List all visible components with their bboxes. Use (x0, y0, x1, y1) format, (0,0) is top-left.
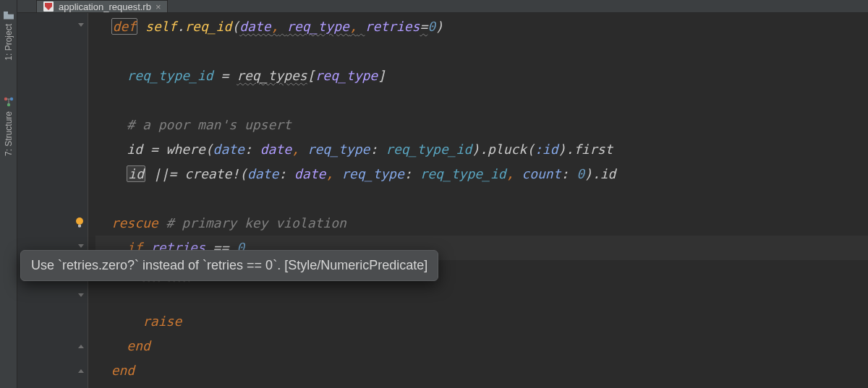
project-tool-label: 1: Project (4, 24, 14, 61)
svg-rect-0 (4, 12, 8, 14)
structure-tool-button[interactable]: 7: Structure (4, 90, 14, 163)
code-line: end (95, 358, 868, 383)
ruby-file-icon (43, 1, 54, 12)
fold-close-icon[interactable] (76, 365, 86, 375)
inspection-tooltip: Use `retries.zero?` instead of `retries … (20, 250, 438, 281)
close-icon[interactable]: × (156, 1, 161, 12)
tooltip-text: Use `retries.zero?` instead of `retries … (31, 258, 427, 272)
editor-gutter[interactable] (17, 13, 88, 388)
code-line: # a poor man's upsert (95, 113, 868, 137)
svg-rect-6 (78, 225, 81, 227)
editor-tab[interactable]: application_request.rb × (36, 0, 168, 12)
code-line (95, 88, 868, 113)
fold-open-icon[interactable] (76, 21, 86, 31)
tool-window-sidebar: 1: Project 7: Structure (0, 0, 17, 388)
code-editor[interactable]: def self.req_id(date, req_type, retries=… (88, 13, 868, 388)
code-line: id = where(date: date, req_type: req_typ… (95, 137, 868, 162)
project-tool-button[interactable]: 1: Project (4, 4, 14, 68)
fold-close-icon[interactable] (76, 340, 86, 350)
code-line: rescue # primary key violation (95, 211, 868, 236)
code-line: end (95, 334, 868, 358)
editor-tab-bar: application_request.rb × (17, 0, 868, 13)
svg-point-5 (76, 217, 83, 225)
code-line (95, 186, 868, 211)
editor-wrapper: def self.req_id(date, req_type, retries=… (17, 13, 868, 388)
code-line: raise (95, 309, 868, 334)
code-line (95, 285, 868, 309)
code-line: id ||= create!(date: date, req_type: req… (95, 162, 868, 186)
code-line (95, 39, 868, 64)
code-line: req_type_id = req_types[req_type] (95, 64, 868, 88)
folder-icon (4, 12, 14, 20)
code-content: def self.req_id(date, req_type, retries=… (88, 14, 868, 388)
editor-main-area: application_request.rb × (17, 0, 868, 388)
svg-rect-7 (79, 227, 81, 228)
structure-tool-label: 7: Structure (4, 111, 14, 156)
tab-filename: application_request.rb (59, 1, 151, 12)
intention-bulb-icon[interactable] (73, 216, 86, 229)
fold-open-icon[interactable] (76, 291, 86, 301)
code-line (95, 383, 868, 388)
code-line: def self.req_id(date, req_type, retries=… (95, 14, 868, 39)
structure-icon (4, 97, 14, 107)
